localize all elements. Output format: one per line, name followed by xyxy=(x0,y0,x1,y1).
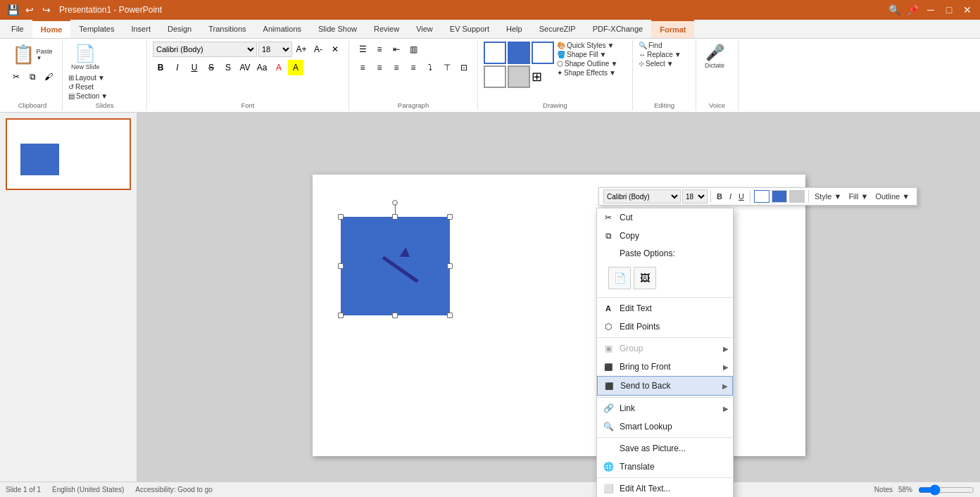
increase-font-button[interactable]: A+ xyxy=(294,42,309,57)
justify-button[interactable]: ≡ xyxy=(406,60,421,75)
align-center-button[interactable]: ≡ xyxy=(372,60,387,75)
float-underline[interactable]: U xyxy=(736,191,747,202)
ctx-cut[interactable]: ✂ Cut xyxy=(597,208,733,227)
change-case-button[interactable]: Aa xyxy=(254,60,270,75)
notes-button[interactable]: Notes xyxy=(874,486,893,493)
undo-qat-button[interactable]: ↩ xyxy=(23,3,37,17)
slide-thumbnail-1[interactable]: 1 xyxy=(6,118,131,190)
layout-button[interactable]: ⊞Layout▼ xyxy=(68,74,105,82)
tab-ev-support[interactable]: EV Support xyxy=(441,20,498,37)
maximize-button[interactable]: □ xyxy=(942,3,956,17)
bold-button[interactable]: B xyxy=(153,60,168,75)
quick-styles-button[interactable]: 🎨Quick Styles▼ xyxy=(557,42,617,49)
redo-qat-button[interactable]: ↪ xyxy=(39,3,54,17)
tab-pdf-xchange[interactable]: PDF-XChange xyxy=(584,20,652,37)
highlight-button[interactable]: A xyxy=(288,60,303,75)
tab-transitions[interactable]: Transitions xyxy=(200,20,254,37)
paste-icon-2[interactable]: 🖼 xyxy=(634,267,656,289)
float-italic[interactable]: I xyxy=(727,191,734,202)
copy-button[interactable]: ⧉ xyxy=(25,69,40,84)
replace-button[interactable]: ↔Replace▼ xyxy=(639,51,681,58)
italic-button[interactable]: I xyxy=(170,60,185,75)
save-qat-button[interactable]: 💾 xyxy=(6,3,20,17)
select-button[interactable]: ⊹Select▼ xyxy=(639,60,674,68)
cut-button[interactable]: ✂ xyxy=(8,69,24,84)
ctx-link[interactable]: 🔗 Link ▶ xyxy=(597,399,733,417)
tab-slideshow[interactable]: Slide Show xyxy=(310,20,365,37)
new-slide-button[interactable]: 📄 New Slide xyxy=(68,42,103,73)
text-align-button[interactable]: ⊤ xyxy=(439,60,455,75)
tab-securezip[interactable]: SecureZIP xyxy=(531,20,584,37)
reset-button[interactable]: ↺Reset xyxy=(68,83,94,91)
align-right-button[interactable]: ≡ xyxy=(389,60,404,75)
ctx-copy[interactable]: ⧉ Copy xyxy=(597,227,733,245)
tab-insert[interactable]: Insert xyxy=(122,20,159,37)
handle-tc[interactable] xyxy=(392,214,398,220)
minimize-button[interactable]: ─ xyxy=(924,3,938,17)
smart-art-button[interactable]: ⊡ xyxy=(456,60,472,75)
float-size-select[interactable]: 18 xyxy=(682,189,708,203)
ctx-translate[interactable]: 🌐 Translate xyxy=(597,458,733,476)
float-outline-dropdown[interactable]: Outline ▼ xyxy=(872,191,912,202)
tab-design[interactable]: Design xyxy=(159,20,200,37)
paste-icon-1[interactable]: 📄 xyxy=(608,267,631,289)
ctx-edit-alt-text[interactable]: ⬜ Edit Alt Text... xyxy=(597,479,733,497)
handle-mr[interactable] xyxy=(447,263,453,269)
paste-button[interactable]: 📋 Paste ▼ xyxy=(9,42,55,68)
shape-outline-button[interactable]: ⬡Shape Outline▼ xyxy=(557,60,617,68)
clear-format-button[interactable]: ✕ xyxy=(327,42,343,57)
align-left-button[interactable]: ≡ xyxy=(355,60,370,75)
decrease-indent-button[interactable]: ⇤ xyxy=(389,42,404,57)
style-btn-2[interactable] xyxy=(508,42,530,64)
format-painter-button[interactable]: 🖌 xyxy=(41,69,56,84)
dictate-button[interactable]: 🎤 Dictate xyxy=(702,42,727,71)
search-title-button[interactable]: 🔍 xyxy=(887,3,901,17)
font-size-select[interactable]: 18 xyxy=(258,42,292,57)
tab-home[interactable]: Home xyxy=(32,20,71,38)
float-font-select[interactable]: Calibri (Body) xyxy=(603,189,681,203)
bullets-button[interactable]: ☰ xyxy=(355,42,370,57)
text-columns-button[interactable]: ▥ xyxy=(406,42,421,57)
handle-tr[interactable] xyxy=(447,214,453,220)
tab-view[interactable]: View xyxy=(408,20,441,37)
strikethrough-button[interactable]: S xyxy=(203,60,219,75)
swatch-1[interactable] xyxy=(754,190,769,203)
text-direction-button[interactable]: ⤵ xyxy=(422,60,438,75)
handle-br[interactable] xyxy=(447,313,453,318)
ctx-send-to-back[interactable]: ⬛ Send to Back ▶ xyxy=(597,376,733,396)
close-button[interactable]: ✕ xyxy=(960,3,974,17)
find-button[interactable]: 🔍Find xyxy=(639,42,662,49)
style-btn-5[interactable] xyxy=(508,65,530,88)
tab-format[interactable]: Format xyxy=(651,20,694,38)
style-btn-1[interactable] xyxy=(484,42,506,64)
decrease-font-button[interactable]: A- xyxy=(310,42,326,57)
ctx-save-as-picture[interactable]: Save as Picture... xyxy=(597,439,733,458)
char-spacing-button[interactable]: AV xyxy=(237,60,253,75)
style-btn-4[interactable] xyxy=(484,65,506,88)
numbering-button[interactable]: ≡ xyxy=(372,42,387,57)
arrange-button[interactable]: ⊞ xyxy=(532,65,542,88)
section-button[interactable]: ▤Section▼ xyxy=(68,92,108,100)
float-style-dropdown[interactable]: Style ▼ xyxy=(812,191,844,202)
handle-bl[interactable] xyxy=(338,313,344,318)
ctx-edit-text[interactable]: A Edit Text xyxy=(597,299,733,317)
handle-ml[interactable] xyxy=(338,263,344,269)
handle-bc[interactable] xyxy=(392,313,398,318)
font-family-select[interactable]: Calibri (Body) xyxy=(153,42,257,57)
font-color-button[interactable]: A xyxy=(271,60,287,75)
tab-animations[interactable]: Animations xyxy=(255,20,310,37)
ribbon-display-button[interactable]: 📌 xyxy=(905,3,919,17)
zoom-slider[interactable] xyxy=(918,484,974,496)
float-bold[interactable]: B xyxy=(714,191,725,202)
ctx-bring-to-front[interactable]: ⬛ Bring to Front ▶ xyxy=(597,358,733,376)
tab-review[interactable]: Review xyxy=(365,20,408,37)
shadow-button[interactable]: S xyxy=(220,60,236,75)
underline-button[interactable]: U xyxy=(187,60,202,75)
style-btn-3[interactable] xyxy=(532,42,554,64)
ctx-edit-points[interactable]: ⬡ Edit Points xyxy=(597,317,733,336)
tab-file[interactable]: File xyxy=(3,20,32,37)
tab-templates[interactable]: Templates xyxy=(70,20,122,37)
tab-help[interactable]: Help xyxy=(498,20,531,37)
float-fill-dropdown[interactable]: Fill ▼ xyxy=(846,191,871,202)
swatch-3[interactable] xyxy=(789,190,805,203)
